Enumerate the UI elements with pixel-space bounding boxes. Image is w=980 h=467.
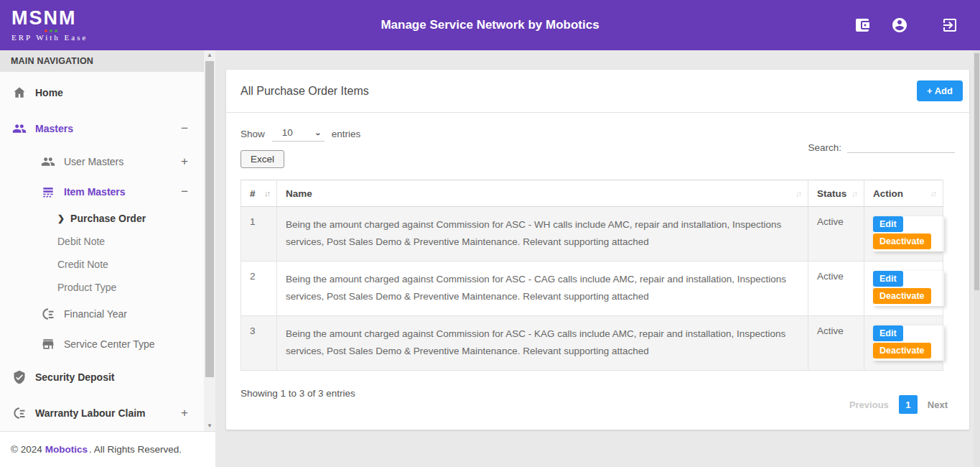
sidebar-item-debit-note[interactable]: Debit Note bbox=[0, 230, 204, 253]
action-button-group: EditDeactivate bbox=[873, 325, 944, 361]
sort-icon[interactable]: ↓↑ bbox=[795, 189, 801, 198]
sidebar-footer: © 2024 Mobotics . All Rights Reserved. bbox=[0, 431, 215, 467]
dataset-icon bbox=[12, 406, 27, 420]
home-icon bbox=[12, 85, 27, 100]
dataset-icon bbox=[41, 307, 55, 321]
sidebar-item-label: User Masters bbox=[64, 156, 123, 167]
sidebar-item-label: Purchase Order bbox=[70, 213, 146, 224]
sort-icon[interactable]: ↓↑ bbox=[930, 189, 935, 198]
column-header-num[interactable]: #↓↑ bbox=[241, 180, 277, 207]
sort-icon[interactable]: ↓↑ bbox=[264, 189, 269, 198]
sidebar-item-label: Service Center Type bbox=[64, 338, 155, 350]
shield-check-icon bbox=[12, 370, 27, 384]
table-row: 1Being the amount charged against Commis… bbox=[241, 207, 943, 262]
plus-icon[interactable]: + bbox=[181, 406, 188, 420]
entries-summary: Showing 1 to 3 of 3 entries bbox=[241, 387, 355, 399]
column-header-action[interactable]: Action↓↑ bbox=[864, 180, 943, 207]
page-1-button[interactable]: 1 bbox=[899, 395, 918, 414]
minus-icon[interactable]: − bbox=[181, 185, 188, 199]
group-icon bbox=[12, 121, 27, 136]
sidebar-item-item-masters[interactable]: Item Masters− bbox=[0, 177, 204, 207]
search-label: Search: bbox=[808, 142, 841, 153]
status-label: Active bbox=[808, 207, 864, 262]
item-name: Being the amount charged against Commiss… bbox=[277, 262, 808, 316]
action-cell: EditDeactivate bbox=[864, 262, 943, 316]
previous-page-button[interactable]: Previous bbox=[849, 399, 889, 410]
group-icon bbox=[41, 154, 55, 169]
add-button[interactable]: + Add bbox=[917, 80, 963, 101]
deactivate-button[interactable]: Deactivate bbox=[873, 234, 931, 249]
item-name: Being the amount charged against Commiss… bbox=[277, 316, 808, 371]
sidebar-scrollbar-thumb[interactable] bbox=[205, 61, 214, 377]
pagination: Previous 1 Next bbox=[849, 395, 948, 414]
edit-button[interactable]: Edit bbox=[873, 216, 903, 232]
account-circle-icon[interactable] bbox=[891, 17, 908, 34]
action-button-group: EditDeactivate bbox=[873, 216, 944, 251]
top-bar: MSNM ERP With Ease Manage Service Networ… bbox=[0, 0, 980, 50]
app-logo[interactable]: MSNM ERP With Ease bbox=[0, 9, 215, 42]
sidebar-item-home[interactable]: Home bbox=[0, 75, 204, 111]
logo-dots-decoration bbox=[45, 29, 215, 32]
minus-icon[interactable]: − bbox=[181, 121, 188, 136]
sidebar-item-label: Home bbox=[35, 87, 63, 98]
plus-icon[interactable]: + bbox=[181, 154, 188, 169]
entries-select[interactable]: 10 ⌄ bbox=[272, 126, 325, 142]
sidebar-item-label: Security Deposit bbox=[35, 371, 114, 383]
sidebar-item-label: Masters bbox=[35, 123, 73, 134]
sidebar-item-security-deposit[interactable]: Security Deposit bbox=[0, 359, 204, 395]
chevron-right-icon: ❯ bbox=[57, 213, 65, 223]
action-cell: EditDeactivate bbox=[864, 316, 943, 371]
column-header-name[interactable]: Name↓↑ bbox=[277, 180, 808, 207]
sidebar-item-product-type[interactable]: Product Type bbox=[0, 276, 204, 299]
column-header-status[interactable]: Status↓↑ bbox=[808, 180, 864, 207]
next-page-button[interactable]: Next bbox=[928, 399, 948, 410]
sidebar-item-label: Financial Year bbox=[64, 308, 127, 320]
logo-tagline: ERP With Ease bbox=[11, 33, 215, 42]
deactivate-button[interactable]: Deactivate bbox=[873, 288, 931, 304]
sidebar-item-label: Credit Note bbox=[57, 259, 108, 270]
sidebar-item-user-masters[interactable]: User Masters+ bbox=[0, 147, 204, 177]
row-number: 1 bbox=[241, 207, 277, 262]
row-number: 2 bbox=[241, 262, 277, 316]
main-content: All Purchase Order Items + Add Show 10 ⌄… bbox=[215, 50, 980, 467]
copyright-prefix: © 2024 bbox=[11, 444, 42, 455]
sidebar-item-label: Product Type bbox=[57, 282, 116, 293]
sidebar-item-credit-note[interactable]: Credit Note bbox=[0, 253, 204, 276]
entries-label: entries bbox=[332, 129, 361, 139]
logout-icon[interactable] bbox=[941, 17, 958, 34]
row-number: 3 bbox=[241, 316, 277, 371]
excel-export-button[interactable]: Excel bbox=[241, 150, 284, 168]
purchase-order-table: #↓↑Name↓↑Status↓↑Action↓↑ 1Being the amo… bbox=[241, 180, 943, 371]
brand-link[interactable]: Mobotics bbox=[45, 444, 88, 455]
sidebar-section-label: MAIN NAVIGATION bbox=[0, 50, 215, 72]
sidebar-item-warranty-labour-claim[interactable]: Warranty Labour Claim+ bbox=[0, 395, 204, 431]
edit-button[interactable]: Edit bbox=[873, 325, 903, 341]
card-title: All Purchase Order Items bbox=[241, 85, 369, 98]
sidebar-item-financial-year[interactable]: Financial Year bbox=[0, 299, 204, 329]
page-title: Manage Service Network by Mobotics bbox=[215, 18, 765, 32]
sidebar-item-purchase-order[interactable]: ❯Purchase Order bbox=[0, 207, 204, 230]
status-label: Active bbox=[808, 262, 864, 316]
edit-button[interactable]: Edit bbox=[873, 271, 903, 287]
sidebar-item-service-center-type[interactable]: Service Center Type bbox=[0, 329, 204, 359]
sidebar-scrollbar[interactable]: ▲ ▼ bbox=[204, 50, 215, 431]
page-scrollbar-thumb[interactable] bbox=[974, 53, 979, 290]
store-icon bbox=[41, 337, 55, 351]
table-row: 3Being the amount charged against Commis… bbox=[241, 316, 943, 371]
page-scrollbar[interactable] bbox=[974, 50, 980, 467]
action-cell: EditDeactivate bbox=[864, 207, 943, 262]
sidebar-item-masters[interactable]: Masters− bbox=[0, 111, 204, 147]
search-input[interactable] bbox=[847, 139, 955, 153]
item-name: Being the amount charged against Commiss… bbox=[277, 207, 808, 262]
sidebar: MAIN NAVIGATION HomeMasters−User Masters… bbox=[0, 50, 215, 467]
wallet-icon[interactable] bbox=[854, 17, 871, 34]
copyright-suffix: . All Rights Reserved. bbox=[89, 444, 182, 455]
list-icon bbox=[41, 185, 55, 199]
show-label: Show bbox=[241, 129, 265, 139]
deactivate-button[interactable]: Deactivate bbox=[873, 343, 931, 359]
sort-icon[interactable]: ↓↑ bbox=[851, 189, 857, 198]
scroll-down-icon[interactable]: ▼ bbox=[204, 421, 215, 431]
sidebar-item-label: Warranty Labour Claim bbox=[35, 407, 146, 419]
entries-value: 10 bbox=[282, 127, 293, 138]
scroll-up-icon[interactable]: ▲ bbox=[204, 50, 215, 60]
